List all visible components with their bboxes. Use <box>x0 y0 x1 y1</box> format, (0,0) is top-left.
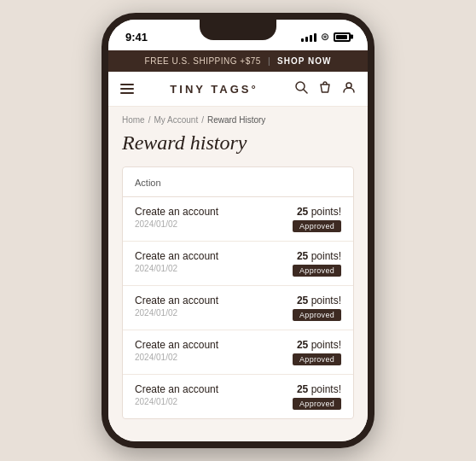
promo-banner: FREE U.S. SHIPPING +$75 | SHOP NOW <box>108 50 368 72</box>
breadcrumb-account[interactable]: My Account <box>154 115 198 125</box>
hamburger-line <box>120 92 134 94</box>
breadcrumb-sep1: / <box>148 115 151 125</box>
reward-right: 25 points! Approved <box>293 250 341 277</box>
table-row: Create an account 2024/01/02 25 points! … <box>123 242 353 286</box>
svg-line-1 <box>304 90 307 93</box>
status-time: 9:41 <box>125 31 148 44</box>
reward-status-badge: Approved <box>293 398 341 410</box>
breadcrumb-current: Reward History <box>207 115 265 125</box>
reward-action: Create an account <box>135 250 218 262</box>
reward-date: 2024/01/02 <box>135 219 218 229</box>
wifi-icon: ⊛ <box>321 31 329 43</box>
reward-right: 25 points! Approved <box>293 206 341 232</box>
reward-date: 2024/01/02 <box>135 264 218 273</box>
header-icons <box>294 80 356 97</box>
phone-notch <box>200 20 276 40</box>
reward-action: Create an account <box>135 206 218 218</box>
promo-shop-link[interactable]: SHOP NOW <box>277 56 331 66</box>
table-row: Create an account 2024/01/02 25 points! … <box>123 375 353 418</box>
reward-points: 25 points! <box>297 206 341 218</box>
reward-points: 25 points! <box>297 250 341 262</box>
hamburger-line <box>120 88 134 90</box>
reward-date: 2024/01/02 <box>135 397 218 406</box>
bag-icon[interactable] <box>318 80 332 97</box>
reward-left: Create an account 2024/01/02 <box>135 383 218 406</box>
table-row: Create an account 2024/01/02 25 points! … <box>123 197 353 242</box>
reward-left: Create an account 2024/01/02 <box>135 206 218 229</box>
svg-point-2 <box>346 83 351 88</box>
reward-date: 2024/01/02 <box>135 353 218 362</box>
breadcrumb: Home / My Account / Reward History <box>122 115 354 125</box>
hamburger-line <box>120 84 134 85</box>
promo-divider: | <box>268 56 270 66</box>
table-row: Create an account 2024/01/02 25 points! … <box>123 286 353 330</box>
status-icons: ⊛ <box>301 31 351 43</box>
breadcrumb-home[interactable]: Home <box>122 115 145 125</box>
account-icon[interactable] <box>342 80 356 97</box>
reward-status-badge: Approved <box>293 265 341 277</box>
reward-points: 25 points! <box>297 383 341 395</box>
reward-right: 25 points! Approved <box>293 339 341 365</box>
battery-icon <box>334 32 351 42</box>
reward-status-badge: Approved <box>293 309 341 321</box>
reward-status-badge: Approved <box>293 220 341 232</box>
page-title: Reward history <box>122 131 354 155</box>
rewards-table: Action Create an account 2024/01/02 25 p… <box>122 166 354 419</box>
reward-right: 25 points! Approved <box>293 383 341 410</box>
site-header: TINY TAGS° <box>108 72 368 107</box>
reward-left: Create an account 2024/01/02 <box>135 295 218 318</box>
reward-left: Create an account 2024/01/02 <box>135 250 218 273</box>
breadcrumb-sep2: / <box>201 115 204 125</box>
table-row: Create an account 2024/01/02 25 points! … <box>123 330 353 375</box>
promo-text: FREE U.S. SHIPPING +$75 <box>145 56 261 66</box>
search-icon[interactable] <box>294 80 308 97</box>
hamburger-menu-button[interactable] <box>120 84 134 94</box>
phone-frame: 9:41 ⊛ FREE U.S. SHIPPING +$75 | SHOP NO… <box>102 13 374 448</box>
reward-date: 2024/01/02 <box>135 308 218 318</box>
table-header: Action <box>123 167 353 197</box>
site-logo: TINY TAGS° <box>170 83 258 96</box>
reward-action: Create an account <box>135 383 218 395</box>
signal-icon <box>301 32 316 42</box>
reward-right: 25 points! Approved <box>293 295 341 321</box>
reward-status-badge: Approved <box>293 353 341 365</box>
reward-points: 25 points! <box>297 339 341 351</box>
page-content: Home / My Account / Reward History Rewar… <box>108 107 368 443</box>
reward-left: Create an account 2024/01/02 <box>135 339 218 362</box>
reward-action: Create an account <box>135 339 218 351</box>
reward-action: Create an account <box>135 295 218 306</box>
table-column-action: Action <box>135 178 161 188</box>
reward-points: 25 points! <box>297 295 341 306</box>
